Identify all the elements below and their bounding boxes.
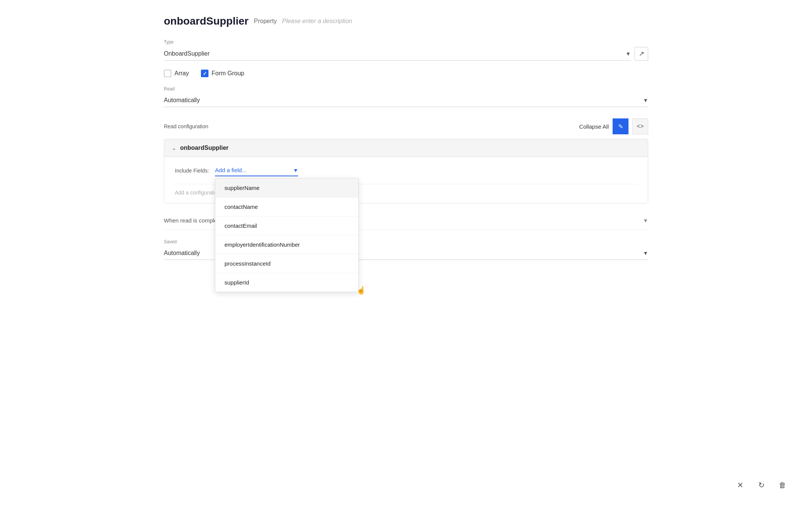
- read-select[interactable]: Automatically ▼: [164, 94, 648, 107]
- dropdown-item-supplier-name[interactable]: supplierName ☝: [215, 179, 358, 198]
- type-value: OnboardSupplier: [164, 50, 210, 57]
- dropdown-item-label: contactName: [224, 204, 258, 210]
- description-placeholder[interactable]: Please enter a description: [282, 18, 352, 25]
- type-dropdown-arrow: ▼: [625, 51, 631, 57]
- add-field-placeholder: Add a field...: [215, 167, 246, 173]
- dropdown-item-employer-id[interactable]: employerIdentificationNumber: [215, 235, 358, 254]
- close-icon: ✕: [737, 481, 744, 490]
- read-dropdown-arrow: ▼: [643, 97, 648, 103]
- form-group-checkbox[interactable]: [201, 70, 208, 77]
- external-link-icon: ↗: [639, 50, 644, 58]
- refresh-button[interactable]: ↻: [754, 478, 768, 492]
- dropdown-item-contact-email[interactable]: contactEmail: [215, 216, 358, 235]
- dropdown-item-label: supplierId: [224, 279, 249, 286]
- include-fields-label: Include Fields:: [175, 168, 209, 174]
- form-group-label: Form Group: [212, 70, 244, 77]
- config-section-body: Include Fields: Add a field... ▼ supplie…: [164, 157, 648, 203]
- type-select[interactable]: OnboardSupplier ▼: [164, 47, 631, 61]
- type-section: Type OnboardSupplier ▼ ↗: [164, 39, 648, 61]
- type-label: Type: [164, 39, 648, 45]
- read-config-label: Read configuration: [164, 123, 208, 129]
- dropdown-item-label: contactEmail: [224, 222, 257, 229]
- read-label: Read: [164, 86, 648, 92]
- delete-icon: 🗑: [779, 481, 786, 490]
- property-label: Property: [254, 18, 277, 25]
- delete-button[interactable]: 🗑: [776, 478, 789, 492]
- bottom-action-bar: ✕ ↻ 🗑: [733, 478, 789, 492]
- config-section-onboard-supplier: ⌄ onboardSupplier Include Fields: Add a …: [164, 139, 648, 204]
- dropdown-item-process-instance-id[interactable]: processInstanceId: [215, 254, 358, 273]
- array-label: Array: [174, 70, 189, 77]
- chevron-down-icon: ⌄: [172, 145, 176, 151]
- dropdown-item-label: processInstanceId: [224, 260, 271, 267]
- dropdown-item-supplier-id[interactable]: supplierId: [215, 273, 358, 292]
- code-button[interactable]: <>: [632, 118, 648, 134]
- array-checkbox-item[interactable]: Array: [164, 70, 189, 77]
- dropdown-item-contact-name[interactable]: contactName: [215, 198, 358, 216]
- header: onboardSupplier Property Please enter a …: [164, 15, 648, 27]
- read-config-header: Read configuration Collapse All ✎ <>: [164, 118, 648, 134]
- saved-value: Automatically: [164, 250, 200, 257]
- include-fields-row: Include Fields: Add a field... ▼ supplie…: [175, 165, 637, 176]
- code-icon: <>: [637, 123, 644, 130]
- refresh-icon: ↻: [758, 481, 765, 490]
- saved-dropdown-arrow: ▼: [643, 250, 648, 256]
- external-link-button[interactable]: ↗: [635, 47, 648, 61]
- dropdown-item-label: employerIdentificationNumber: [224, 241, 300, 248]
- page-title: onboardSupplier: [164, 15, 249, 27]
- read-config-actions: Collapse All ✎ <>: [579, 118, 648, 134]
- read-value: Automatically: [164, 97, 200, 104]
- config-section-title: onboardSupplier: [180, 145, 229, 151]
- edit-button[interactable]: ✎: [613, 118, 628, 134]
- close-button[interactable]: ✕: [733, 478, 747, 492]
- form-group-checkbox-item[interactable]: Form Group: [201, 70, 244, 77]
- field-dropdown-menu: supplierName ☝ contactName contactEmail …: [215, 178, 359, 292]
- array-checkbox[interactable]: [164, 70, 171, 77]
- config-section-toggle[interactable]: ⌄ onboardSupplier: [164, 139, 648, 157]
- add-field-arrow-icon: ▼: [293, 167, 298, 173]
- add-field-wrapper: Add a field... ▼ supplierName ☝ contactN…: [215, 165, 298, 176]
- checkboxes-row: Array Form Group: [164, 70, 648, 77]
- edit-icon: ✎: [618, 123, 623, 130]
- add-field-select[interactable]: Add a field... ▼: [215, 165, 298, 176]
- collapse-all-button[interactable]: Collapse All: [579, 123, 609, 130]
- dropdown-item-label: supplierName: [224, 185, 260, 191]
- read-section: Read Automatically ▼: [164, 86, 648, 107]
- when-read-arrow-icon: ▼: [643, 218, 648, 224]
